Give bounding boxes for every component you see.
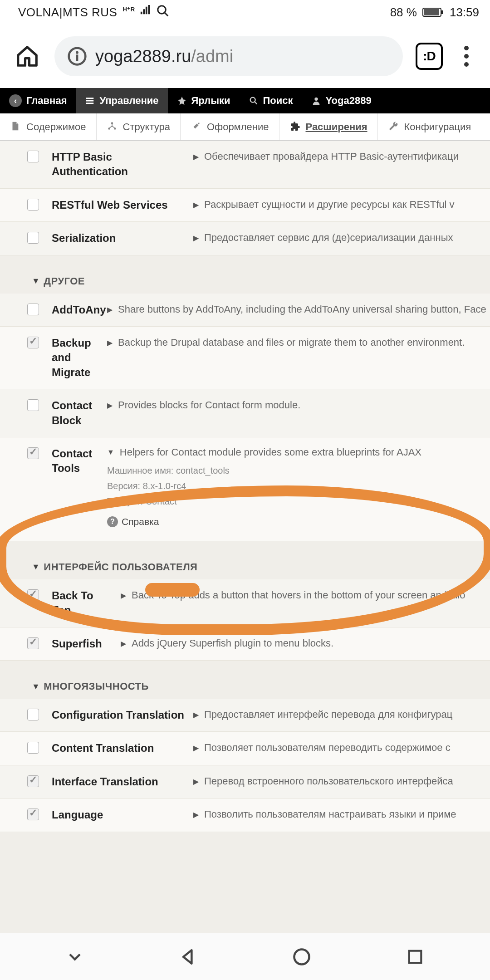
- help-icon: ?: [107, 516, 118, 527]
- module-checkbox[interactable]: [27, 775, 39, 787]
- home-button[interactable]: [13, 42, 42, 71]
- module-desc: Предоставляет интерфейс перевода для кон…: [204, 709, 490, 720]
- section-header-ui[interactable]: ▼ ИНТЕРФЕЙС ПОЛЬЗОВАТЕЛЯ: [0, 541, 490, 579]
- expand-icon[interactable]: ▶: [193, 232, 199, 242]
- module-checkbox[interactable]: [27, 151, 39, 162]
- module-row[interactable]: Content Translation ▶Позволяет пользоват…: [0, 732, 490, 765]
- nav-home[interactable]: [289, 944, 314, 970]
- module-row[interactable]: Back To Top ▶Back To Top adds a button t…: [0, 579, 490, 627]
- svg-point-0: [157, 5, 166, 14]
- nav-recent[interactable]: [402, 944, 428, 970]
- expand-icon[interactable]: ▶: [193, 199, 199, 209]
- module-row[interactable]: AddToAny ▶Share buttons by AddToAny, inc…: [0, 294, 490, 327]
- tab-extend[interactable]: Расширения: [279, 113, 378, 140]
- module-name: Superfish: [39, 637, 121, 651]
- browser-toolbar: yoga2889.ru/admi :D: [0, 24, 490, 88]
- expand-icon[interactable]: ▶: [121, 589, 126, 600]
- module-checkbox[interactable]: [27, 304, 39, 315]
- site-info-icon[interactable]: [67, 46, 87, 66]
- admin-search[interactable]: Поиск: [240, 88, 302, 113]
- module-row[interactable]: HTTP Basic Authentication ▶Обеспечивает …: [0, 141, 490, 189]
- module-desc: Раскрывает сущности и другие ресурсы как…: [204, 199, 490, 211]
- expand-icon[interactable]: ▶: [193, 808, 199, 819]
- signal-icon: [140, 5, 152, 20]
- expand-icon[interactable]: ▶: [193, 709, 199, 719]
- module-machine-name: Машинное имя: contact_tools: [107, 463, 490, 478]
- tab-config[interactable]: Конфигурация: [378, 113, 481, 140]
- module-name: Backup and Migrate: [39, 336, 107, 380]
- star-icon: [177, 96, 187, 106]
- chevron-down-icon: ▼: [32, 276, 40, 286]
- nav-back[interactable]: [176, 944, 201, 970]
- module-row[interactable]: RESTful Web Services ▶Раскрывает сущност…: [0, 189, 490, 222]
- module-row[interactable]: Backup and Migrate ▶Backup the Drupal da…: [0, 327, 490, 389]
- expand-icon[interactable]: ▶: [193, 742, 199, 752]
- browser-menu-button[interactable]: [456, 46, 477, 67]
- module-name: HTTP Basic Authentication: [39, 150, 193, 179]
- module-desc: Provides blocks for Contact form module.: [118, 399, 490, 411]
- svg-point-10: [314, 98, 318, 101]
- module-help-link[interactable]: ? Справка: [107, 516, 490, 527]
- admin-user-label: Yoga2889: [326, 95, 372, 107]
- tab-structure[interactable]: Структура: [97, 113, 181, 140]
- module-requires: Требует: Contact: [107, 494, 490, 509]
- module-checkbox[interactable]: [27, 399, 39, 411]
- search-icon: [249, 96, 259, 106]
- module-checkbox[interactable]: [27, 199, 39, 211]
- expand-icon[interactable]: ▶: [193, 775, 199, 786]
- tab-appearance[interactable]: Оформление: [181, 113, 279, 140]
- android-nav-bar: [0, 933, 490, 980]
- module-row[interactable]: Language ▶Позволить пользователям настра…: [0, 799, 490, 832]
- module-checkbox[interactable]: [27, 337, 39, 348]
- module-desc: Share buttons by AddToAny, including the…: [118, 304, 490, 315]
- module-desc: Adds jQuery Superfish plugin to menu blo…: [132, 637, 490, 649]
- admin-toolbar: ‹ Главная Управление Ярлыки Поиск Yoga28…: [0, 88, 490, 113]
- collapse-icon[interactable]: ▼: [107, 446, 114, 458]
- module-row-expanded[interactable]: Contact Tools ▼ Helpers for Contact modu…: [0, 437, 490, 541]
- module-checkbox[interactable]: [27, 709, 39, 720]
- expand-icon[interactable]: ▶: [107, 399, 113, 410]
- admin-manage[interactable]: Управление: [76, 88, 167, 113]
- structure-icon: [107, 121, 118, 133]
- chevron-down-icon: ▼: [32, 562, 40, 572]
- module-desc: Back To Top adds a button that hovers in…: [132, 589, 490, 601]
- module-row[interactable]: Superfish ▶Adds jQuery Superfish plugin …: [0, 627, 490, 661]
- svg-point-14: [294, 949, 309, 964]
- expand-icon[interactable]: ▶: [107, 337, 113, 347]
- admin-user[interactable]: Yoga2889: [302, 88, 381, 113]
- admin-shortcuts[interactable]: Ярлыки: [168, 88, 240, 113]
- module-row[interactable]: Contact Block ▶Provides blocks for Conta…: [0, 389, 490, 437]
- module-name: AddToAny: [39, 303, 107, 317]
- module-name: Back To Top: [39, 588, 121, 618]
- chevron-down-icon: ▼: [32, 682, 40, 691]
- carrier-text: VOLNA|MTS RUS: [18, 5, 117, 20]
- module-checkbox[interactable]: [27, 589, 39, 601]
- module-checkbox[interactable]: [27, 637, 39, 649]
- expand-icon[interactable]: ▶: [121, 637, 126, 648]
- svg-rect-4: [441, 10, 443, 14]
- nav-dropdown[interactable]: [62, 944, 88, 970]
- module-desc: Обеспечивает провайдера HTTP Basic-аутен…: [204, 151, 490, 162]
- user-icon: [311, 96, 321, 106]
- expand-icon[interactable]: ▶: [193, 151, 199, 161]
- module-checkbox[interactable]: [27, 447, 39, 459]
- module-desc: Перевод встроенного пользовательского ин…: [204, 775, 490, 787]
- module-checkbox[interactable]: [27, 742, 39, 754]
- url-bar[interactable]: yoga2889.ru/admi: [54, 36, 403, 76]
- module-checkbox[interactable]: [27, 808, 39, 820]
- section-header-multilang[interactable]: ▼ МНОГОЯЗЫЧНОСТЬ: [0, 661, 490, 699]
- battery-percent: 88 %: [390, 5, 417, 20]
- module-row[interactable]: Serialization ▶Предоставляет сервис для …: [0, 222, 490, 255]
- module-row[interactable]: Interface Translation ▶Перевод встроенно…: [0, 765, 490, 799]
- module-row[interactable]: Configuration Translation ▶Предоставляет…: [0, 699, 490, 732]
- wrench-icon: [388, 121, 400, 133]
- admin-shortcuts-label: Ярлыки: [191, 95, 230, 107]
- battery-icon: [422, 7, 444, 18]
- expand-icon[interactable]: ▶: [107, 304, 113, 314]
- admin-back[interactable]: ‹ Главная: [0, 88, 76, 113]
- tab-content[interactable]: Содержимое: [0, 113, 97, 140]
- tab-switcher[interactable]: :D: [416, 43, 443, 70]
- module-checkbox[interactable]: [27, 232, 39, 244]
- file-icon: [10, 121, 22, 133]
- section-header-other[interactable]: ▼ ДРУГОЕ: [0, 255, 490, 294]
